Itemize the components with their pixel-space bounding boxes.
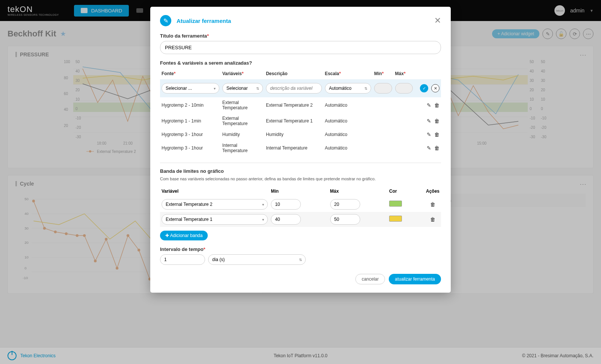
edit-icon[interactable]: ✎	[427, 145, 431, 151]
source-row: Hygrotemp 2 - 10minExternal TemperatureE…	[160, 97, 441, 113]
trash-icon[interactable]: 🗑	[430, 201, 435, 207]
modal-title: Atualizar ferramenta	[177, 18, 231, 24]
label-titulo: Título da ferramenta*	[160, 33, 441, 39]
min-input[interactable]	[374, 83, 392, 94]
trash-icon[interactable]: 🗑	[434, 145, 439, 151]
interval-value-input[interactable]	[160, 254, 205, 265]
band-max-input[interactable]	[330, 214, 360, 225]
titulo-input[interactable]	[160, 41, 441, 54]
sources-table: Fonte* Variáveis* Descrição Escala* Mín*…	[160, 68, 441, 156]
band-row: External Temperature 2 🗑	[160, 197, 441, 212]
band-variavel-select[interactable]: External Temperature 2	[162, 199, 268, 210]
edit-icon[interactable]: ✎	[427, 102, 431, 108]
update-tool-modal: ✎ Atualizar ferramenta ✕ Título da ferra…	[150, 7, 451, 293]
trash-icon[interactable]: 🗑	[430, 216, 435, 222]
band-max-input[interactable]	[330, 199, 360, 210]
add-band-button[interactable]: ✚ Adicionar banda	[160, 231, 208, 240]
band-variavel-select[interactable]: External Temperature 1	[162, 214, 268, 225]
band-min-input[interactable]	[271, 214, 301, 225]
source-row: Hygrotemp 1 - 1minExternal TemperatureEx…	[160, 113, 441, 129]
bands-help: Com base nas variáveis selecionadas no p…	[160, 176, 441, 182]
color-swatch[interactable]	[389, 216, 402, 222]
label-fontes: Fontes & variáveis a serem analizadas?	[160, 60, 441, 66]
edit-icon[interactable]: ✎	[427, 131, 431, 137]
cancel-row-button[interactable]: ✕	[431, 84, 439, 92]
source-row: Hygrotemp 3 - 1hourInternal TemperatureI…	[160, 140, 441, 156]
escala-select[interactable]: Automático	[325, 83, 371, 94]
fonte-select[interactable]: Selecionar ...	[162, 83, 219, 94]
trash-icon[interactable]: 🗑	[434, 102, 439, 108]
band-min-input[interactable]	[271, 199, 301, 210]
close-icon[interactable]: ✕	[434, 16, 441, 26]
interval-unit-select[interactable]: dia (s)	[208, 254, 306, 265]
label-interval: Intervalo de tempo*	[160, 246, 441, 252]
variavel-select[interactable]: Selecionar	[222, 83, 263, 94]
cancel-button[interactable]: cancelar	[355, 274, 385, 284]
max-input[interactable]	[395, 83, 413, 94]
edit-icon[interactable]: ✎	[427, 118, 431, 124]
color-swatch[interactable]	[389, 201, 402, 207]
source-row: Hygrotemp 3 - 1hourHumidityHumidityAutom…	[160, 129, 441, 140]
bands-table: Variável Mín Máx Cor Ações External Temp…	[160, 186, 441, 227]
confirm-row-button[interactable]: ✓	[420, 84, 428, 92]
pencil-icon: ✎	[160, 15, 171, 26]
submit-button[interactable]: atualizar ferramenta	[389, 274, 441, 284]
source-row-editing: Selecionar ... Selecionar Automático ✓ ✕	[160, 79, 441, 97]
band-row: External Temperature 1 🗑	[160, 212, 441, 227]
label-bands: Banda de limites no gráfico	[160, 168, 441, 174]
trash-icon[interactable]: 🗑	[434, 131, 439, 137]
trash-icon[interactable]: 🗑	[434, 118, 439, 124]
descricao-input[interactable]	[266, 83, 322, 94]
